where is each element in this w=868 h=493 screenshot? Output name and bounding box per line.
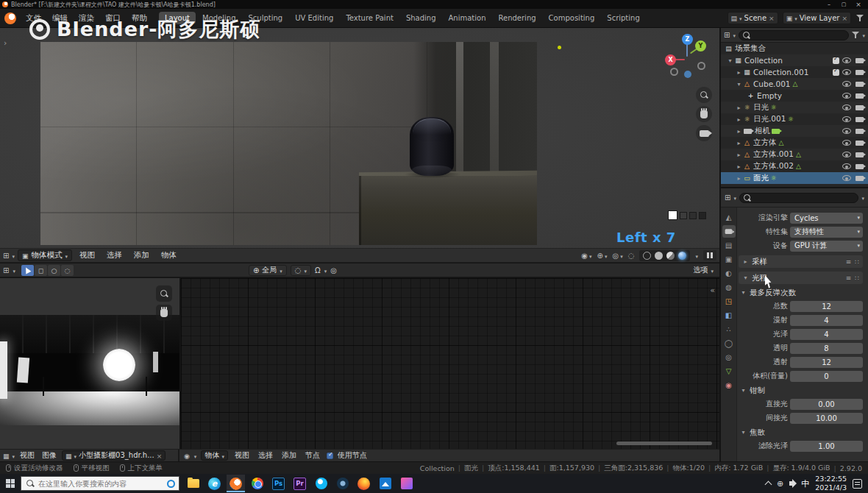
app-qq[interactable]	[312, 475, 330, 492]
swatch-gray[interactable]	[699, 212, 706, 219]
taskbar-search[interactable]	[21, 476, 179, 491]
node-menu-add[interactable]: 添加	[280, 450, 299, 461]
tray-expand-icon[interactable]	[765, 481, 772, 489]
outliner-row-sun-light[interactable]: 日光	[721, 102, 868, 113]
clock[interactable]: 23:22:55 2021/4/3	[815, 475, 847, 492]
transform-orientation-dropdown[interactable]: 全局	[249, 265, 287, 276]
gizmo-negative-axis[interactable]	[697, 62, 705, 70]
outliner-row-cube-001[interactable]: Cube.001	[721, 78, 868, 90]
tab-active-tool[interactable]	[722, 211, 736, 224]
image-menu-view[interactable]: 视图	[18, 450, 37, 461]
workspace-tab-texture-paint[interactable]: Texture Paint	[340, 12, 399, 24]
tab-render-properties[interactable]	[722, 225, 736, 238]
disclosure-triangle-icon[interactable]	[736, 128, 742, 135]
volume-bounces-field[interactable]: 0	[790, 371, 863, 382]
node-menu-select[interactable]: 选择	[256, 450, 275, 461]
tab-output-properties[interactable]	[722, 239, 736, 252]
outliner-row-cube-b[interactable]: 立方体.001	[721, 149, 868, 160]
outliner-search-input[interactable]	[739, 30, 850, 40]
collection-checkbox[interactable]	[833, 69, 839, 76]
material-preview-icon[interactable]	[666, 252, 675, 260]
render-engine-dropdown[interactable]: Cycles	[790, 213, 863, 224]
shader-type-dropdown[interactable]: 物体	[201, 450, 228, 461]
unlink-scene-icon[interactable]	[769, 14, 775, 22]
swatch-gray[interactable]	[689, 212, 697, 219]
viewport-camera-view-icon[interactable]	[696, 125, 712, 141]
sidebar-collapse-icon[interactable]	[710, 285, 715, 295]
chevron-down-icon[interactable]	[695, 251, 698, 260]
subpanel-clamping[interactable]: 钳制	[740, 385, 868, 396]
render-visibility-icon[interactable]	[855, 141, 864, 146]
outliner-filter-icon[interactable]	[852, 32, 859, 38]
viewport-pan-hand-icon[interactable]	[696, 106, 712, 122]
navigation-gizmo[interactable]: Z X Y	[664, 35, 711, 82]
editor-type-icon[interactable]	[3, 266, 9, 274]
remove-view-layer-icon[interactable]	[842, 14, 847, 22]
panel-light-paths[interactable]: 光程	[739, 272, 863, 284]
mode-dropdown[interactable]: 物体模式	[18, 249, 72, 261]
render-visibility-icon[interactable]	[855, 93, 864, 99]
tab-material-properties[interactable]	[722, 379, 736, 391]
disclosure-triangle-icon[interactable]	[736, 152, 742, 158]
filter-glossy-field[interactable]: 1.00	[790, 441, 863, 452]
filter-icon[interactable]	[856, 15, 864, 21]
render-visibility-icon[interactable]	[855, 58, 864, 63]
device-dropdown[interactable]: GPU 计算	[790, 241, 863, 252]
tab-world-properties[interactable]	[722, 281, 736, 294]
viewport-menu-view[interactable]: 视图	[75, 250, 99, 260]
menu-icon[interactable]	[846, 274, 852, 282]
maximize-button[interactable]	[836, 0, 851, 9]
chevron-down-icon[interactable]	[324, 266, 327, 274]
horizontal-scrollbar[interactable]	[616, 441, 712, 445]
disclosure-triangle-icon[interactable]	[736, 69, 742, 76]
app-premiere[interactable]: Pr	[291, 475, 309, 492]
toolbar-expand-icon[interactable]	[4, 38, 7, 48]
chevron-down-icon[interactable]	[861, 193, 864, 202]
collection-checkbox[interactable]	[833, 57, 839, 64]
eye-icon[interactable]	[842, 104, 851, 110]
outliner-row-cube-c[interactable]: 立方体.002	[721, 160, 868, 172]
glossy-bounces-field[interactable]: 4	[790, 329, 863, 340]
render-visibility-icon[interactable]	[855, 164, 864, 169]
outliner-row-collection-001[interactable]: Collection.001	[721, 66, 868, 78]
outliner-row-collection[interactable]: Collection	[721, 54, 868, 66]
3d-viewport[interactable]: Z X Y Left x 7	[0, 28, 719, 248]
properties-search-input[interactable]	[739, 193, 859, 203]
image-editor-type-icon[interactable]	[3, 452, 10, 460]
render-visibility-icon[interactable]	[855, 152, 864, 157]
app-photos[interactable]	[376, 475, 394, 492]
editor-type-icon[interactable]	[724, 30, 730, 40]
node-menu-node[interactable]: 节点	[303, 450, 322, 461]
render-visibility-icon[interactable]	[855, 117, 864, 122]
image-datablock-selector[interactable]: 小型摄影棚03_hdr.h...	[62, 450, 166, 461]
gizmos-dropdown[interactable]	[597, 251, 608, 260]
volume-icon[interactable]	[789, 481, 792, 486]
app-file-explorer[interactable]	[184, 475, 202, 492]
image-zoom-icon[interactable]	[156, 285, 172, 302]
eye-icon[interactable]	[842, 116, 851, 122]
panel-sampling[interactable]: 采样	[739, 255, 863, 268]
disclosure-triangle-icon[interactable]	[736, 81, 742, 88]
solid-shading-icon[interactable]	[655, 252, 663, 260]
blender-logo-icon[interactable]	[4, 13, 16, 24]
select-box-tool[interactable]	[35, 265, 47, 276]
notification-center-icon[interactable]	[853, 479, 862, 489]
rendered-shading-icon[interactable]	[678, 252, 686, 260]
tab-object-properties[interactable]	[722, 295, 736, 308]
gizmo-negative-axis[interactable]	[670, 68, 678, 76]
tab-object-data-properties[interactable]	[722, 365, 736, 377]
eye-icon[interactable]	[842, 57, 851, 63]
app-media-player[interactable]	[397, 475, 416, 492]
overlays-dropdown[interactable]	[613, 251, 623, 260]
wireframe-shading-icon[interactable]	[643, 252, 651, 260]
select-tweak-tool[interactable]	[21, 265, 34, 276]
total-bounces-field[interactable]: 12	[790, 301, 863, 312]
clamp-indirect-field[interactable]: 10.00	[790, 413, 863, 424]
eye-icon[interactable]	[842, 93, 851, 99]
outliner-row-camera[interactable]: 相机	[721, 125, 868, 137]
gizmo-x-axis[interactable]: X	[665, 54, 676, 65]
workspace-tab-compositing[interactable]: Compositing	[543, 12, 601, 24]
shader-editor-type-icon[interactable]	[184, 452, 190, 460]
outliner-row-area-light[interactable]: 面光	[721, 172, 868, 184]
outliner-row-sun-light-001[interactable]: 日光.001	[721, 113, 868, 125]
